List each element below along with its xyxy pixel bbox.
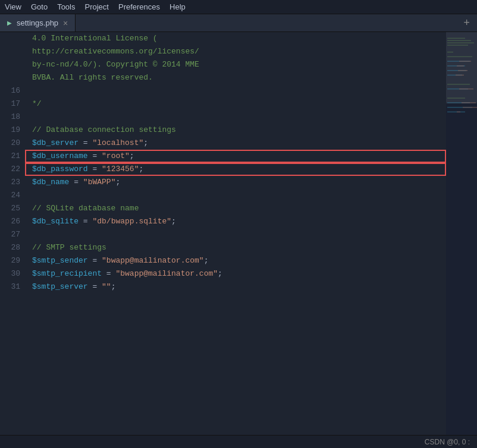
code-token: */ bbox=[32, 99, 42, 108]
code-token: ; bbox=[139, 165, 143, 173]
code-token: = bbox=[88, 256, 102, 265]
menubar: View Goto Tools Project Preferences Help bbox=[0, 0, 477, 14]
tab-play-icon: ▶ bbox=[7, 20, 12, 26]
svg-rect-9 bbox=[457, 65, 464, 66]
code-token: "" bbox=[102, 282, 111, 291]
svg-rect-23 bbox=[457, 112, 460, 112]
tab-close-icon[interactable]: × bbox=[63, 18, 68, 28]
line-number: 31 bbox=[0, 280, 20, 294]
svg-rect-3 bbox=[447, 45, 468, 45]
line-number: 23 bbox=[0, 176, 20, 189]
code-token: = bbox=[88, 282, 102, 291]
code-token: $smtp_server bbox=[32, 282, 88, 291]
tab-filename: settings.php bbox=[17, 18, 58, 27]
code-token: $db_username bbox=[32, 152, 88, 160]
svg-rect-13 bbox=[456, 75, 464, 75]
line-number: 28 bbox=[0, 241, 20, 254]
line-number bbox=[0, 32, 20, 45]
code-token: = bbox=[79, 138, 92, 147]
line-number: 18 bbox=[0, 111, 20, 124]
line-number: 21 bbox=[0, 150, 20, 163]
line-numbers: 16171819202122232425262728293031 bbox=[0, 32, 25, 435]
line-number: 16 bbox=[0, 84, 20, 97]
code-line: $db_sqlite = "db/bwapp.sqlite"; bbox=[32, 215, 439, 228]
svg-rect-17 bbox=[447, 97, 465, 98]
code-line: */ bbox=[32, 97, 439, 111]
code-line bbox=[32, 228, 439, 241]
code-token: "localhost" bbox=[92, 138, 143, 147]
line-number bbox=[0, 45, 20, 58]
code-line: // Database connection settings bbox=[32, 124, 439, 137]
menu-tools[interactable]: Tools bbox=[57, 2, 75, 11]
svg-rect-0 bbox=[447, 38, 465, 39]
code-line: // SQLite database name bbox=[32, 202, 439, 215]
minimap bbox=[446, 32, 477, 435]
code-token: $db_name bbox=[32, 178, 69, 187]
svg-rect-16 bbox=[459, 89, 473, 89]
line-number: 29 bbox=[0, 254, 20, 267]
svg-rect-14 bbox=[447, 84, 470, 84]
line-number: 25 bbox=[0, 202, 20, 215]
code-line: $db_password = "123456"; bbox=[32, 163, 439, 176]
code-token: "bwapp@mailinator.com" bbox=[102, 256, 204, 265]
code-token: // Database connection settings bbox=[32, 125, 176, 134]
code-token: ; bbox=[171, 217, 176, 226]
line-number: 30 bbox=[0, 267, 20, 280]
code-token: 4.0 International License ( bbox=[32, 34, 158, 43]
code-token: http://creativecommons.org/licenses/ bbox=[32, 47, 199, 56]
code-line bbox=[32, 111, 439, 124]
code-line: // SMTP settings bbox=[32, 241, 439, 254]
code-token: = bbox=[79, 217, 92, 226]
line-number: 24 bbox=[0, 189, 20, 202]
code-token: $smtp_recipient bbox=[32, 269, 102, 278]
menu-help[interactable]: Help bbox=[170, 2, 186, 11]
line-number: 22 bbox=[0, 163, 20, 176]
code-token: "db/bwapp.sqlite" bbox=[92, 217, 171, 226]
code-token: ; bbox=[204, 256, 209, 265]
code-token: // SQLite database name bbox=[32, 204, 139, 213]
line-number: 20 bbox=[0, 137, 20, 150]
svg-rect-7 bbox=[459, 61, 471, 61]
line-number: 17 bbox=[0, 97, 20, 111]
svg-rect-22 bbox=[447, 112, 465, 112]
editor: 16171819202122232425262728293031 4.0 Int… bbox=[0, 32, 477, 435]
code-line: 4.0 International License ( bbox=[32, 32, 439, 45]
code-token: = bbox=[102, 269, 115, 278]
menu-project[interactable]: Project bbox=[85, 2, 109, 11]
code-token: "123456" bbox=[102, 165, 139, 173]
code-line: $db_server = "localhost"; bbox=[32, 137, 439, 150]
tab-settings-php[interactable]: ▶ settings.php × bbox=[0, 14, 76, 31]
code-token: ; bbox=[218, 269, 222, 278]
statusbar: CSDN @0, 0 : bbox=[0, 435, 477, 448]
code-token: ; bbox=[143, 138, 148, 147]
code-line: http://creativecommons.org/licenses/ bbox=[32, 45, 439, 58]
code-line: BVBA. All rights reserved. bbox=[32, 71, 439, 84]
code-token: = bbox=[88, 152, 102, 160]
menu-preferences[interactable]: Preferences bbox=[118, 2, 160, 11]
code-token: // SMTP settings bbox=[32, 243, 106, 252]
code-token: "bwapp@mailinator.com" bbox=[115, 269, 218, 278]
tab-add-button[interactable]: + bbox=[456, 14, 477, 31]
status-text: CSDN @0, 0 : bbox=[425, 438, 470, 446]
svg-rect-19 bbox=[462, 102, 476, 103]
code-token: BVBA. All rights reserved. bbox=[32, 73, 153, 82]
code-line bbox=[32, 84, 439, 97]
code-line: $smtp_server = ""; bbox=[32, 280, 439, 294]
line-number bbox=[0, 71, 20, 84]
code-token: $smtp_sender bbox=[32, 256, 88, 265]
svg-rect-2 bbox=[447, 42, 474, 43]
code-line bbox=[32, 189, 439, 202]
code-token: $db_server bbox=[32, 138, 79, 147]
code-area: 4.0 International License (http://creati… bbox=[25, 32, 446, 435]
menu-view[interactable]: View bbox=[5, 2, 21, 11]
svg-rect-1 bbox=[447, 40, 471, 41]
code-token: "root" bbox=[102, 152, 130, 160]
code-token: $db_sqlite bbox=[32, 217, 79, 226]
svg-rect-11 bbox=[458, 70, 467, 71]
menu-goto[interactable]: Goto bbox=[31, 2, 48, 11]
code-token: ; bbox=[111, 282, 116, 291]
minimap-svg bbox=[446, 32, 477, 435]
code-line: $db_name = "bWAPP"; bbox=[32, 176, 439, 189]
code-token: = bbox=[88, 165, 102, 173]
code-token: by-nc-nd/4.0/). Copyright © 2014 MME bbox=[32, 60, 199, 69]
